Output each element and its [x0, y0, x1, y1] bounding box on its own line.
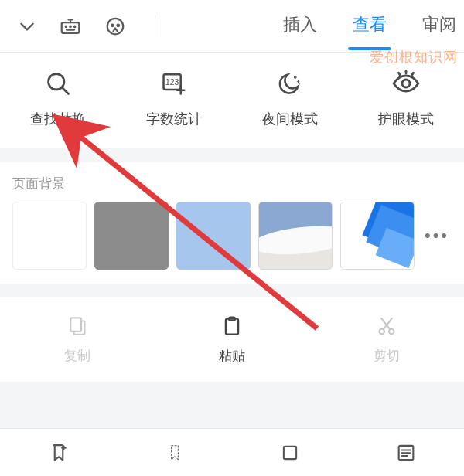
edit-copy-label: 复制	[64, 347, 90, 365]
bookmark-icon[interactable]	[165, 442, 185, 464]
list-icon[interactable]	[395, 442, 417, 464]
swatch-pattern-clouds[interactable]	[258, 202, 333, 270]
svg-text:123: 123	[165, 78, 179, 87]
svg-line-19	[399, 73, 401, 75]
tool-night-mode[interactable]: 夜间模式	[262, 68, 318, 128]
swatch-blue-light[interactable]	[176, 202, 251, 270]
night-mode-icon	[275, 68, 305, 99]
search-icon	[43, 68, 73, 99]
section-gap	[0, 148, 464, 162]
tool-word-count-label: 字数统计	[146, 110, 202, 128]
edit-paste-label: 粘贴	[219, 347, 245, 365]
swatch-pattern-blue-geom[interactable]	[340, 202, 415, 270]
tab-view[interactable]: 查看	[350, 2, 390, 50]
tool-word-count[interactable]: 123 字数统计	[146, 68, 202, 128]
section-gap-3	[0, 382, 464, 393]
tool-night-mode-label: 夜间模式	[262, 110, 318, 128]
edit-cut-label: 剪切	[374, 347, 400, 365]
cut-icon	[374, 313, 400, 339]
section-gap-2	[0, 284, 464, 298]
svg-point-17	[402, 80, 410, 87]
toolbar-divider	[155, 15, 155, 37]
tool-grid: 查找替换 123 字数统计 夜间模式 护眼模式	[0, 53, 464, 148]
tab-insert[interactable]: 插入	[280, 2, 320, 50]
bottom-bar	[0, 428, 464, 476]
svg-line-11	[63, 88, 69, 94]
svg-point-5	[74, 26, 76, 27]
tool-find-replace-label: 查找替换	[30, 110, 86, 128]
swatch-white[interactable]	[12, 202, 87, 270]
swatch-row: •••	[12, 202, 452, 270]
svg-rect-21	[70, 318, 81, 332]
paste-icon	[219, 313, 245, 339]
toolbar-tabs: 插入 查看 审阅	[280, 2, 464, 50]
more-swatches-button[interactable]: •••	[422, 202, 452, 270]
edit-cut: 剪切	[374, 313, 400, 365]
keyboard-icon[interactable]	[59, 15, 82, 38]
svg-line-20	[412, 73, 414, 75]
top-toolbar: 插入 查看 审阅	[0, 0, 464, 53]
page-background-title: 页面背景	[12, 175, 452, 192]
rectangle-icon[interactable]	[280, 443, 300, 463]
svg-point-9	[118, 24, 120, 26]
tool-eye-care[interactable]: 护眼模式	[378, 68, 434, 128]
svg-point-4	[70, 26, 71, 27]
bookmark-add-icon[interactable]	[48, 442, 70, 464]
svg-point-3	[66, 26, 67, 27]
assistant-icon[interactable]	[104, 15, 127, 38]
edit-copy: 复制	[64, 313, 90, 365]
eye-care-icon	[391, 68, 421, 99]
svg-rect-30	[283, 446, 295, 458]
page-background-section: 页面背景 •••	[0, 162, 464, 284]
svg-point-7	[107, 18, 124, 34]
tool-eye-care-label: 护眼模式	[378, 110, 434, 128]
swatch-gray[interactable]	[94, 202, 169, 270]
edit-paste[interactable]: 粘贴	[219, 313, 245, 365]
collapse-icon[interactable]	[17, 16, 37, 36]
edit-actions-row: 复制 粘贴 剪切	[0, 298, 464, 382]
tab-review[interactable]: 审阅	[419, 2, 459, 50]
svg-point-8	[111, 24, 114, 26]
svg-point-16	[295, 76, 295, 77]
tool-find-replace[interactable]: 查找替换	[30, 68, 86, 128]
toolbar-left	[0, 15, 162, 38]
word-count-icon: 123	[159, 68, 189, 99]
copy-icon	[64, 313, 90, 339]
